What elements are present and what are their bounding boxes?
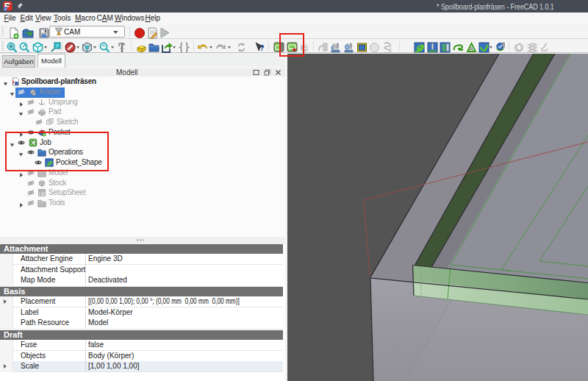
svg-text:?: ? (259, 43, 265, 52)
svg-text:A: A (469, 46, 473, 52)
